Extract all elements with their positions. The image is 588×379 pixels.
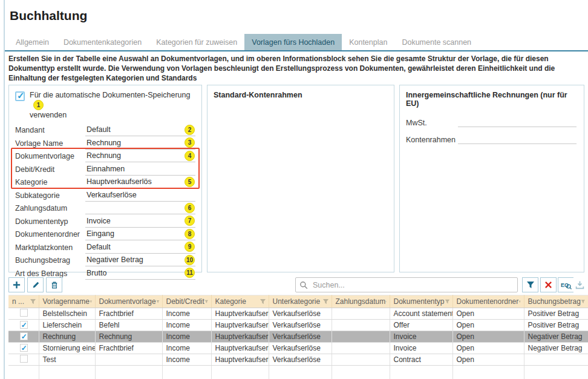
field-kategorie: Kategorie Hauptverkaufserlös 5 [15, 176, 195, 189]
field-mwst: MwSt. [406, 118, 577, 127]
buchhaltung-page: Buchhaltung Allgemein Dokumentenkategori… [0, 0, 588, 379]
vorlage-name-input[interactable]: Rechnung [85, 139, 195, 150]
kategorie-input[interactable]: Hauptverkaufserlös [85, 177, 195, 188]
tab-kontenplan[interactable]: Kontenplan [342, 34, 394, 50]
auto-save-checkbox[interactable]: ✓ [15, 91, 25, 101]
funnel-icon[interactable] [385, 298, 387, 305]
row-checkbox[interactable] [20, 309, 28, 317]
col-header-zahlungsdatum[interactable]: Zahlungsdatum [332, 295, 390, 308]
zahlungsdatum-input[interactable] [85, 203, 195, 214]
annotation-badge-5: 5 [185, 177, 195, 187]
col-header-kategorie[interactable]: Kategorie [211, 295, 269, 308]
delete-button[interactable] [46, 277, 62, 292]
tab-allgemein[interactable]: Allgemein [8, 34, 56, 50]
col-header-checkbox[interactable]: n ... [8, 295, 39, 308]
row-checkbox[interactable] [20, 355, 28, 363]
col-header-dokumententyp[interactable]: Dokumententyp [390, 295, 452, 308]
page-title: Buchhaltung [10, 8, 87, 23]
col-header-dokumentvorlage[interactable]: Dokumentvorlage [95, 295, 162, 308]
trash-icon [50, 281, 59, 289]
buchungsbetrag-input[interactable]: Negativer Betrag [85, 255, 195, 266]
auto-save-checkbox-row: ✓ Für die automatische Dokumenten-Speich… [15, 90, 195, 120]
table-header-row: n ... Vorlagenname Dokumentvorlage Debit… [8, 295, 588, 308]
field-vorlage-name: Vorlage Name Rechnung 3 [15, 136, 195, 150]
download-tray-icon [575, 280, 584, 289]
row-checkbox[interactable]: ✓ [20, 321, 28, 329]
field-zahlungsdatum: Zahlungsdatum 6 [15, 202, 195, 215]
funnel-icon[interactable] [518, 298, 521, 305]
add-button[interactable] [8, 277, 25, 292]
table-row-empty[interactable] [8, 366, 588, 379]
column-search-button[interactable]: EQ [558, 277, 574, 292]
col-header-vorlagenname[interactable]: Vorlagenname [39, 295, 95, 308]
table-row[interactable]: ✓ LieferscheinBefehl IncomeHauptverkaufs… [8, 320, 588, 331]
table-row-selected[interactable]: ✓ RechnungRechnung IncomeHauptverkaufser… [8, 331, 588, 343]
eu-rechnungen-title: Innergemeinschaftliche Rechnungen (nur f… [400, 85, 584, 108]
field-subkategorie: Subkategorie Verkaufserlöse [15, 188, 195, 202]
tab-dokumente-scannen[interactable]: Dokumente scannen [394, 34, 479, 50]
funnel-icon[interactable] [260, 298, 266, 305]
col-header-debit-credit[interactable]: Debit/Credit [162, 295, 211, 308]
funnel-icon[interactable] [581, 298, 586, 305]
funnel-icon[interactable] [204, 298, 209, 305]
kontenrahmen-input[interactable] [458, 135, 577, 144]
plus-icon [12, 280, 21, 289]
field-kontenrahmen: Kontenrahmen [406, 135, 577, 144]
search-icon [299, 281, 308, 289]
mwst-input[interactable] [458, 118, 577, 127]
marktplatzkonten-input[interactable]: Default [85, 243, 195, 254]
annotation-badge-4: 4 [185, 151, 195, 161]
eq-magnifier-icon: EQ [561, 281, 572, 289]
field-debit-kredit: Debit/Kredit Einnahmen [15, 162, 195, 176]
eu-rechnungen-panel: Innergemeinschaftliche Rechnungen (nur f… [399, 85, 584, 272]
table-row[interactable]: ✓ Stornierung eine...Frachtbrief IncomeH… [8, 343, 588, 354]
dokumentenordner-input[interactable]: Eingang [85, 229, 195, 240]
field-marktplatzkonten: Marktplatzkonten Default 9 [15, 240, 195, 254]
funnel-icon[interactable] [156, 298, 160, 305]
funnel-icon[interactable] [30, 298, 36, 305]
col-header-buchungsbetrag[interactable]: Buchungsbetrag [524, 295, 588, 308]
dokumentvorlage-input[interactable]: Rechnung [85, 151, 195, 162]
template-detail-panel: ✓ Für die automatische Dokumenten-Speich… [8, 85, 202, 272]
table-row[interactable]: BelstellscheinFrachtbrief IncomeHauptver… [8, 308, 588, 320]
annotation-badge-8: 8 [185, 229, 195, 239]
edit-button[interactable] [27, 277, 44, 292]
search-input[interactable] [312, 280, 514, 290]
funnel-icon[interactable] [322, 298, 329, 305]
funnel-icon [526, 281, 535, 289]
page-left-edge [4, 0, 5, 379]
download-button[interactable] [573, 277, 586, 292]
field-buchungsbetrag: Buchungsbetrag Negativer Betrag 10 [15, 254, 195, 267]
table-toolbar: EQ [8, 277, 588, 294]
pencil-icon [31, 281, 40, 289]
search-box [295, 277, 518, 292]
dokumententyp-input[interactable]: Invoice [85, 217, 195, 228]
row-checkbox[interactable]: ✓ [20, 344, 28, 352]
tab-vorlagen-fuers-hochladen[interactable]: Vorlagen fürs Hochladen [244, 34, 342, 50]
mandant-input[interactable]: Default [85, 125, 195, 136]
annotation-badge-6: 6 [185, 203, 195, 213]
red-x-icon [544, 281, 552, 289]
field-dokumententyp: Dokumententyp Invoice 7 [15, 214, 195, 228]
clear-filter-button[interactable] [540, 277, 557, 292]
templates-table-wrap: n ... Vorlagenname Dokumentvorlage Debit… [8, 295, 588, 379]
annotation-badge-10: 10 [185, 255, 195, 265]
filter-button[interactable] [522, 277, 538, 292]
tab-dokumentenkategorien[interactable]: Dokumentenkategorien [56, 34, 149, 50]
tab-underline [5, 50, 588, 51]
debit-kredit-input[interactable]: Einnahmen [85, 165, 195, 176]
standard-kontenrahmen-title: Standard-Kontenrahmen [207, 85, 394, 99]
field-dokumentenordner: Dokumentenordner Eingang 8 [15, 228, 195, 241]
funnel-icon[interactable] [445, 298, 450, 305]
checkmark-icon: ✓ [17, 90, 25, 101]
tab-kategorien-fuer-zuweisen[interactable]: Kategorien für zuweisen [149, 34, 244, 50]
subkategorie-input[interactable]: Verkaufserlöse [85, 191, 195, 202]
row-checkbox[interactable]: ✓ [20, 332, 28, 340]
col-header-dokumentenordner[interactable]: Dokumentenordner [452, 295, 524, 308]
field-mandant: Mandant Default 2 [15, 124, 195, 137]
table-row[interactable]: Test IncomeHauptverkaufserl... Verkaufse… [8, 354, 588, 366]
col-header-unterkategorie[interactable]: Unterkategorie [269, 295, 332, 308]
annotation-badge-2: 2 [185, 125, 195, 135]
templates-table: n ... Vorlagenname Dokumentvorlage Debit… [8, 295, 588, 379]
funnel-icon[interactable] [90, 298, 93, 305]
